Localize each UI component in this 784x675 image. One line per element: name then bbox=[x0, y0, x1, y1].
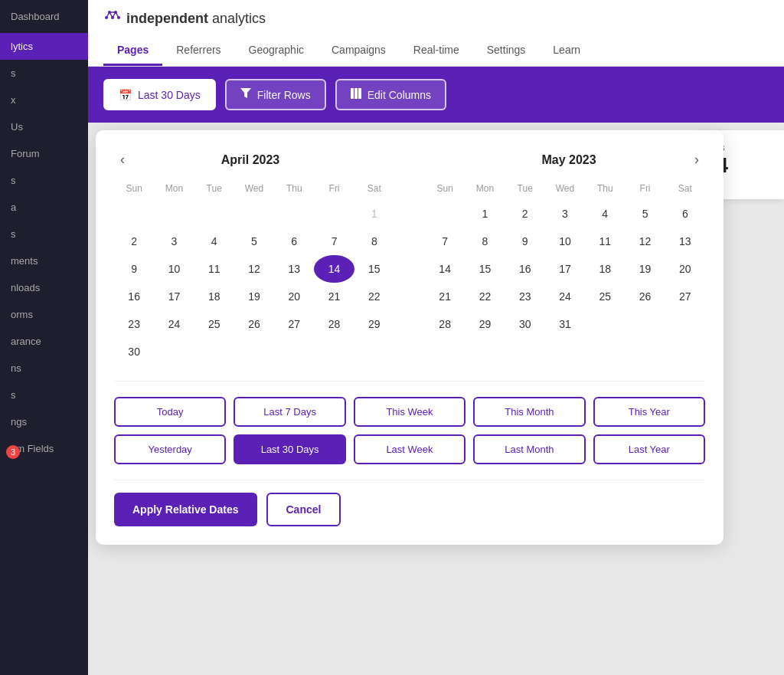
calendar-day[interactable]: 17 bbox=[154, 283, 194, 310]
sidebar-item-ngs[interactable]: ngs bbox=[0, 408, 88, 435]
calendar-day[interactable]: 12 bbox=[234, 255, 274, 283]
sidebar-item-s4[interactable]: s bbox=[0, 382, 88, 408]
calendar-day[interactable]: 14 bbox=[314, 255, 354, 283]
calendar-day[interactable]: 7 bbox=[314, 228, 354, 255]
sidebar-item-omfields[interactable]: om Fields 3 bbox=[0, 435, 88, 462]
calendar-day[interactable]: 19 bbox=[625, 255, 665, 283]
calendar-day[interactable]: 16 bbox=[114, 283, 154, 310]
tab-learn[interactable]: Learn bbox=[539, 36, 594, 66]
calendar-day[interactable]: 18 bbox=[585, 255, 625, 283]
sidebar-item-a1[interactable]: a bbox=[0, 194, 88, 221]
calendar-day[interactable]: 23 bbox=[114, 310, 154, 338]
preset-button-last-month[interactable]: Last Month bbox=[473, 434, 585, 464]
sidebar-item-x1[interactable]: x bbox=[0, 87, 88, 113]
calendar-day[interactable]: 10 bbox=[545, 228, 585, 255]
preset-button-this-year[interactable]: This Year bbox=[593, 397, 705, 427]
calendar-day[interactable]: 1 bbox=[465, 200, 505, 228]
sidebar-item-s1[interactable]: s bbox=[0, 60, 88, 87]
apply-relative-dates-button[interactable]: Apply Relative Dates bbox=[114, 493, 257, 526]
calendar-day[interactable]: 15 bbox=[354, 255, 394, 283]
edit-columns-button[interactable]: Edit Columns bbox=[335, 79, 446, 110]
calendar-day[interactable]: 15 bbox=[465, 255, 505, 283]
filter-rows-button[interactable]: Filter Rows bbox=[225, 79, 326, 110]
calendar-day[interactable]: 19 bbox=[234, 283, 274, 310]
calendar-day[interactable]: 5 bbox=[625, 200, 665, 228]
calendar-day[interactable]: 4 bbox=[194, 228, 234, 255]
preset-button-today[interactable]: Today bbox=[114, 397, 226, 427]
calendar-day[interactable]: 6 bbox=[274, 228, 314, 255]
calendar-day[interactable]: 11 bbox=[194, 255, 234, 283]
tab-settings[interactable]: Settings bbox=[473, 36, 540, 66]
calendar-day[interactable]: 26 bbox=[234, 310, 274, 338]
calendar-day[interactable]: 13 bbox=[665, 228, 705, 255]
preset-button-last-7-days[interactable]: Last 7 Days bbox=[234, 397, 345, 427]
calendar-day[interactable]: 30 bbox=[114, 338, 154, 365]
cancel-button[interactable]: Cancel bbox=[266, 493, 341, 526]
calendar-day[interactable]: 13 bbox=[274, 255, 314, 283]
calendar-day[interactable]: 24 bbox=[545, 283, 585, 310]
calendar-day[interactable]: 20 bbox=[274, 283, 314, 310]
calendar-day[interactable]: 8 bbox=[465, 228, 505, 255]
calendar-day[interactable]: 25 bbox=[194, 310, 234, 338]
calendar-day[interactable]: 8 bbox=[354, 228, 394, 255]
sidebar-item-analytics[interactable]: lytics bbox=[0, 33, 88, 60]
calendar-day[interactable]: 2 bbox=[505, 200, 545, 228]
calendar-day[interactable]: 27 bbox=[665, 283, 705, 310]
tab-geographic[interactable]: Geographic bbox=[235, 36, 318, 66]
calendar-day[interactable]: 20 bbox=[665, 255, 705, 283]
calendar-day[interactable]: 4 bbox=[585, 200, 625, 228]
calendar-day[interactable]: 28 bbox=[314, 310, 354, 338]
next-month-button[interactable]: › bbox=[688, 149, 705, 171]
calendar-day[interactable]: 10 bbox=[154, 255, 194, 283]
calendar-day[interactable]: 3 bbox=[154, 228, 194, 255]
calendar-day[interactable]: 16 bbox=[505, 255, 545, 283]
sidebar-item-s3[interactable]: s bbox=[0, 221, 88, 247]
calendar-day[interactable]: 2 bbox=[114, 228, 154, 255]
calendar-day[interactable]: 14 bbox=[425, 255, 465, 283]
calendar-day[interactable]: 18 bbox=[194, 283, 234, 310]
sidebar-item-orms[interactable]: orms bbox=[0, 301, 88, 328]
sidebar-item-s2[interactable]: s bbox=[0, 167, 88, 194]
calendar-day[interactable]: 6 bbox=[665, 200, 705, 228]
calendar-day[interactable]: 23 bbox=[505, 283, 545, 310]
calendar-day[interactable]: 28 bbox=[425, 310, 465, 338]
preset-button-this-week[interactable]: This Week bbox=[354, 397, 466, 427]
sidebar-item-nloads[interactable]: nloads bbox=[0, 274, 88, 301]
calendar-day[interactable]: 31 bbox=[545, 310, 585, 338]
calendar-day[interactable]: 30 bbox=[505, 310, 545, 338]
calendar-day[interactable]: 9 bbox=[505, 228, 545, 255]
calendar-day[interactable]: 5 bbox=[234, 228, 274, 255]
calendar-day[interactable]: 29 bbox=[354, 310, 394, 338]
preset-button-this-month[interactable]: This Month bbox=[473, 397, 585, 427]
preset-button-last-year[interactable]: Last Year bbox=[593, 434, 705, 464]
prev-month-button[interactable]: ‹ bbox=[114, 149, 131, 171]
sidebar-item-arance[interactable]: arance bbox=[0, 328, 88, 355]
calendar-day[interactable]: 24 bbox=[154, 310, 194, 338]
tab-realtime[interactable]: Real-time bbox=[400, 36, 473, 66]
calendar-day[interactable]: 3 bbox=[545, 200, 585, 228]
sidebar-item-forum[interactable]: Forum bbox=[0, 140, 88, 167]
sidebar-item-ments[interactable]: ments bbox=[0, 247, 88, 274]
calendar-day[interactable]: 7 bbox=[425, 228, 465, 255]
date-range-button[interactable]: 📅 Last 30 Days bbox=[103, 79, 216, 110]
preset-button-yesterday[interactable]: Yesterday bbox=[114, 434, 226, 464]
sidebar-item-us[interactable]: Us bbox=[0, 113, 88, 140]
calendar-day[interactable]: 29 bbox=[465, 310, 505, 338]
calendar-day[interactable]: 9 bbox=[114, 255, 154, 283]
calendar-day[interactable]: 26 bbox=[625, 283, 665, 310]
calendar-day[interactable]: 25 bbox=[585, 283, 625, 310]
sidebar-item-dashboard[interactable]: Dashboard bbox=[0, 0, 88, 33]
calendar-day[interactable]: 11 bbox=[585, 228, 625, 255]
calendar-day[interactable]: 22 bbox=[465, 283, 505, 310]
tab-campaigns[interactable]: Campaigns bbox=[318, 36, 400, 66]
tab-pages[interactable]: Pages bbox=[103, 36, 162, 66]
preset-button-last-week[interactable]: Last Week bbox=[354, 434, 466, 464]
calendar-day[interactable]: 21 bbox=[425, 283, 465, 310]
calendar-day[interactable]: 12 bbox=[625, 228, 665, 255]
sidebar-item-ns[interactable]: ns bbox=[0, 355, 88, 382]
calendar-day[interactable]: 1 bbox=[354, 200, 394, 228]
calendar-day[interactable]: 21 bbox=[314, 283, 354, 310]
calendar-day[interactable]: 27 bbox=[274, 310, 314, 338]
preset-button-last-30-days[interactable]: Last 30 Days bbox=[234, 434, 345, 464]
tab-referrers[interactable]: Referrers bbox=[162, 36, 234, 66]
